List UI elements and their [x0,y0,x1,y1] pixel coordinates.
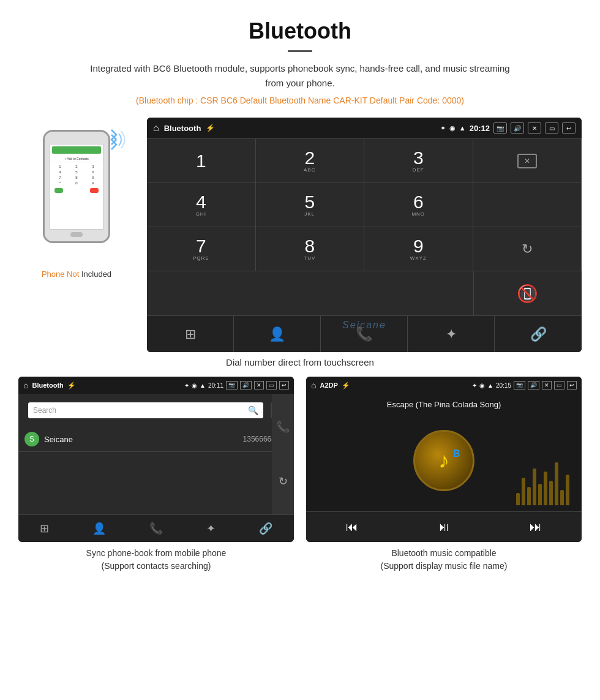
phone-screen: + Add to Contacts 123 456 789 *0# [50,144,103,230]
bluetooth-icon[interactable]: ✦ [408,316,495,352]
dialpad-time: 20:12 [470,124,490,133]
key-5[interactable]: 5JKL [256,183,365,227]
pb-home-icon: ⌂ [23,380,28,390]
camera-icon-btn[interactable]: 📷 [493,122,507,134]
volume-icon-btn[interactable]: 🔊 [511,122,524,134]
song-title: Escape (The Pina Colada Song) [387,400,501,409]
phonebook-statusbar: ⌂ Bluetooth ⚡ ✦ ◉ ▲ 20:11 📷 🔊 ✕ ▭ ↩ [18,377,294,394]
eq-bar-2 [522,478,525,505]
eq-bar-5 [538,484,542,505]
music-win-icon[interactable]: ▭ [554,381,564,390]
music-back-icon[interactable]: ↩ [567,381,577,390]
backspace-key[interactable] [473,139,582,183]
pb-bt-bottom-icon[interactable]: ✦ [206,522,216,535]
eq-bar-6 [544,472,547,505]
music-time: 20:15 [496,382,511,389]
pb-refresh-icon[interactable]: ↻ [279,475,288,488]
main-section: + Add to Contacts 123 456 789 *0# [0,111,600,352]
dialpad-statusbar: ⌂ Bluetooth ⚡ ✦ ◉ ▲ 20:12 📷 🔊 ✕ ▭ ↩ [147,118,582,138]
subtitle: Integrated with BC6 Bluetooth module, su… [86,61,514,91]
key-hash[interactable]: # [364,271,473,315]
dialpad-caption: Dial number direct from touchscreen [0,352,600,377]
album-art: ♪ ʙ [413,430,474,491]
phone-container: + Add to Contacts 123 456 789 *0# [18,118,135,279]
refresh-icon: ↻ [522,241,533,257]
phone-not-text: Phone Not [42,269,79,279]
call-green-icon: 📞 [517,283,538,303]
music-caption: Bluetooth music compatible (Support disp… [306,542,582,578]
music-title-label: A2DP [320,382,337,389]
music-shot: ⌂ A2DP ⚡ ✦ ◉ ▲ 20:15 📷 🔊 ✕ ▭ ↩ [306,377,582,578]
key-2[interactable]: 2ABC [256,139,365,183]
pb-call-icon[interactable]: 📞 [149,522,163,535]
key-9[interactable]: 9WXYZ [364,227,473,271]
pb-user-icon[interactable]: 👤 [92,522,106,535]
bluetooth-status-icon: ✦ [440,124,446,132]
key-6[interactable]: 6MNO [364,183,473,227]
pb-x-icon[interactable]: ✕ [254,381,264,390]
pb-bt-icon: ✦ [184,382,189,389]
music-cam-icon[interactable]: 📷 [514,381,525,390]
phonebook-caption-line2: (Support contacts searching) [102,561,211,571]
key-4[interactable]: 4GHI [147,183,256,227]
pb-win-icon[interactable]: ▭ [266,381,277,390]
prev-icon[interactable]: ⏮ [346,520,358,534]
search-icon: 🔍 [248,405,258,415]
pb-search-placeholder: Search [33,406,56,415]
key-3[interactable]: 3DEF [364,139,473,183]
music-caption-line2: (Support display music file name) [381,561,508,571]
contacts-icon[interactable]: 👤 [234,316,321,352]
pb-title: Bluetooth [32,382,63,389]
dialpad-bottom-row: ⊞ 👤 📞 ✦ 🔗 [147,315,582,352]
pb-link-icon[interactable]: 🔗 [259,522,272,535]
location-icon: ◉ [449,124,456,132]
music-art-area: ♪ ʙ [312,415,576,505]
signal-icon: ▲ [459,124,466,132]
phone-body: + Add to Contacts 123 456 789 *0# [43,130,110,243]
next-icon[interactable]: ⏭ [530,520,542,534]
key-0[interactable]: 0+ [256,271,365,315]
pb-phone-icon[interactable]: 📞 [276,420,290,434]
window-icon-btn[interactable]: ▭ [545,122,558,134]
phonebook-screen: ⌂ Bluetooth ⚡ ✦ ◉ ▲ 20:11 📷 🔊 ✕ ▭ ↩ [18,377,294,542]
music-note-icon: ♪ [438,448,449,473]
music-x-icon[interactable]: ✕ [542,381,552,390]
link-icon[interactable]: 🔗 [495,316,582,352]
page-title: Bluetooth [12,18,588,44]
contact-row[interactable]: S Seicane 13566664466 [18,427,294,452]
equalizer-bars [516,450,569,505]
pb-vol-icon[interactable]: 🔊 [240,381,252,390]
pb-grid-icon[interactable]: ⊞ [40,522,49,535]
pb-search-bar[interactable]: Search 🔍 [28,402,263,418]
grid-icon[interactable]: ⊞ [147,316,234,352]
music-loc-icon: ◉ [479,382,485,389]
music-vol-icon[interactable]: 🔊 [528,381,539,390]
pb-sig-icon: ▲ [200,382,206,389]
empty-cell-1 [473,183,582,227]
x-icon-btn[interactable]: ✕ [528,122,541,134]
key-7[interactable]: 7PQRS [147,227,256,271]
back-icon-btn[interactable]: ↩ [562,122,576,134]
pb-back-icon[interactable]: ↩ [279,381,289,390]
pb-right-col: 📞 ↻ [272,394,294,514]
play-pause-icon[interactable]: ⏯ [438,520,450,534]
phone-not-included: Phone Not Included [18,269,135,279]
bottom-screenshots: ⌂ Bluetooth ⚡ ✦ ◉ ▲ 20:11 📷 🔊 ✕ ▭ ↩ [0,377,600,578]
dialpad-key-grid: 1 2ABC 3DEF 4GHI 5JKL 6MNO [147,138,582,315]
pb-cam-icon[interactable]: 📷 [226,381,238,390]
key-1[interactable]: 1 [147,139,256,183]
eq-bar-7 [549,481,553,505]
phonebook-caption-line1: Sync phone-book from mobile phone [86,548,227,558]
refresh-cell[interactable]: ↻ [473,227,582,271]
music-screen: ⌂ A2DP ⚡ ✦ ◉ ▲ 20:15 📷 🔊 ✕ ▭ ↩ [306,377,582,542]
phonebook-caption: Sync phone-book from mobile phone (Suppo… [18,542,294,578]
contact-avatar: S [24,432,39,446]
pb-time: 20:11 [208,382,223,389]
key-8[interactable]: 8TUV [256,227,365,271]
call-green-cell[interactable]: 📞 [473,271,582,315]
music-content: Escape (The Pina Colada Song) [306,394,582,511]
phonebook-shot: ⌂ Bluetooth ⚡ ✦ ◉ ▲ 20:11 📷 🔊 ✕ ▭ ↩ [18,377,294,578]
phone-icon[interactable]: 📞 [321,316,408,352]
key-star[interactable]: * [147,271,256,315]
usb-icon: ⚡ [206,124,215,132]
